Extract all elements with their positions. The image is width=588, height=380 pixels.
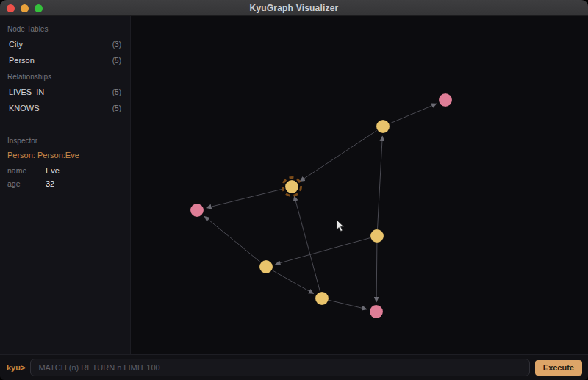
sidebar-item-count: (3) [112, 40, 121, 49]
relationships-header: Relationships [0, 68, 130, 84]
sidebar: Node Tables City (3) Person (5) Relation… [0, 16, 131, 354]
inspector-panel: Inspector Person: Person:Eve name Eve ag… [0, 132, 130, 190]
traffic-lights [7, 0, 43, 16]
graph-node-city[interactable] [439, 93, 452, 107]
property-row: name Eve [0, 164, 130, 177]
graph-edge [294, 196, 320, 292]
execute-button[interactable]: Execute [535, 360, 582, 376]
app-window: KyuGraph Visualizer Node Tables City (3)… [0, 0, 588, 380]
sidebar-item-knows[interactable]: KNOWS (5) [0, 100, 130, 116]
sidebar-item-city[interactable]: City (3) [0, 36, 130, 52]
property-value: 32 [46, 179, 54, 188]
sidebar-item-count: (5) [112, 104, 121, 112]
graph-node-city[interactable] [190, 204, 204, 217]
graph-edge [276, 238, 370, 265]
maximize-button[interactable] [35, 4, 43, 12]
graph-edge [204, 216, 260, 262]
property-value: Eve [46, 166, 60, 175]
graph-edge [207, 188, 285, 207]
inspector-selection: Person: Person:Eve [0, 148, 130, 164]
graph-node-person[interactable] [376, 120, 390, 133]
graph-edge [273, 270, 314, 294]
graph-edge [329, 300, 368, 309]
sidebar-item-count: (5) [112, 57, 121, 65]
property-row: age 32 [0, 177, 130, 190]
sidebar-item-person[interactable]: Person (5) [0, 52, 130, 68]
close-button[interactable] [7, 4, 15, 12]
property-key: age [7, 179, 46, 188]
sidebar-item-label: City [9, 40, 23, 49]
sidebar-item-label: KNOWS [9, 104, 40, 112]
repl-prompt: kyu> [7, 363, 25, 372]
query-bar: kyu> Execute [0, 354, 588, 380]
mouse-cursor [337, 220, 344, 232]
node-tables-header: Node Tables [0, 21, 130, 36]
graph-edge [378, 136, 383, 229]
graph-node-person[interactable] [315, 292, 329, 305]
graph-node-city[interactable] [370, 305, 383, 318]
minimize-button[interactable] [21, 4, 29, 12]
graph-edge [376, 243, 377, 302]
sidebar-item-lives-in[interactable]: LIVES_IN (5) [0, 84, 130, 100]
sidebar-item-label: LIVES_IN [9, 87, 44, 96]
graph-node-person[interactable] [370, 229, 384, 243]
window-title: KyuGraph Visualizer [250, 3, 339, 13]
titlebar: KyuGraph Visualizer [0, 0, 588, 16]
property-key: name [7, 166, 46, 175]
graph-node-person[interactable] [259, 260, 273, 273]
graph-node-person-selected[interactable] [285, 180, 298, 193]
inspector-header: Inspector [0, 132, 130, 148]
query-input[interactable] [30, 359, 529, 376]
sidebar-item-label: Person [9, 56, 35, 65]
sidebar-item-count: (5) [112, 88, 121, 96]
graph-edge [300, 131, 377, 182]
graph-edge [390, 104, 437, 123]
